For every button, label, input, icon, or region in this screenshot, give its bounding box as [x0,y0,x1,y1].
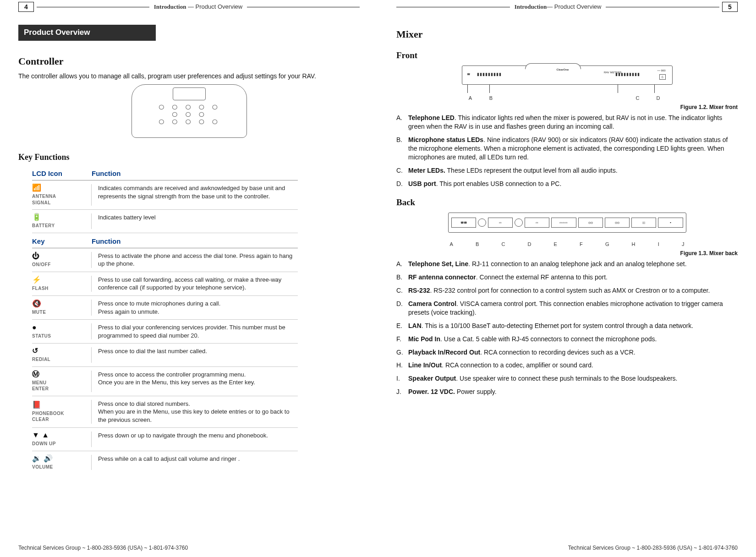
item-text: Playback In/Record Out. RCA connection t… [408,348,738,357]
item-letter: D. [396,180,408,188]
back-heading: Back [396,197,738,208]
list-item: I.Speaker Output. Use speaker wire to co… [396,374,738,383]
key-label: ●STATUS [32,323,92,339]
page-left: 4 Introduction — Product Overview Produc… [0,0,378,557]
key-desc: Press once to mute microphones during a … [92,300,298,316]
item-text: RS-232. RS-232 control port for connecti… [408,286,738,295]
item-text: Camera Control. VISCA camera control por… [408,300,738,317]
page-number-r: 5 [722,2,738,12]
key-glyph-icon: 🔉 🔊 [32,455,88,462]
mixer-back-figure: ☎☎▭ ▭▭▭▭ ◎◎◎◎▯▯⚬ ABCDEFGHIJ [448,213,686,248]
controller-figure: ○ ○ ○ ○ ○○ ○ ○○ ○ ○ ○ ○ [131,84,247,138]
list-item: H.Line In/Out. RCA connection to a codec… [396,361,738,370]
table-row: ↺REDIALPress once to dial the last numbe… [32,344,298,367]
item-text: RF antenna connector. Connect the extern… [408,273,738,282]
list-item: B.RF antenna connector. Connect the exte… [396,273,738,282]
figure-callout-letter: J [682,241,685,248]
item-letter: D. [396,300,408,317]
header-title-r: Introduction— Product Overview [510,3,606,11]
item-letter: I. [396,374,408,383]
col-function-2: Function [92,237,298,246]
item-letter: G. [396,348,408,357]
back-definition-list: A.Telephone Set, Line. RJ-11 connection … [396,260,738,396]
figure-callout-letter: F [580,241,583,248]
item-text: Speaker Output. Use speaker wire to conn… [408,374,738,383]
footer-right: Technical Services Group ~ 1-800-283-593… [568,544,738,552]
footer-left: Technical Services Group ~ 1-800-283-593… [18,544,188,552]
col-function-1: Function [92,169,298,178]
figure-callout-letter: E [554,241,557,248]
mixer-front-caption: Figure 1.2. Mixer front [481,104,738,111]
list-item: F.Mic Pod In. Use a Cat. 5 cable with RJ… [396,335,738,344]
key-label: ↺REDIAL [32,347,92,363]
key-glyph-icon: ▼ ▲ [32,431,88,439]
table-row: ⏻ON/OFFPress to activate the phone and a… [32,248,298,272]
figure-callout-letter: I [658,241,659,248]
table-row: ⚡FLASHPress to use call forwarding, acce… [32,272,298,296]
icon-desc: Indicates commands are received and awkn… [92,184,298,206]
item-letter: J. [396,388,408,396]
front-definition-list: A.Telephone LED. This indicator lights r… [396,114,738,188]
key-desc: Press to dial your conferencing services… [92,323,298,339]
figure-callout-letter: H [632,241,635,248]
item-text: Line In/Out. RCA connection to a codec, … [408,361,738,370]
table-row: 🔋BATTERYIndicates battery level [32,210,298,233]
item-letter: E. [396,322,408,330]
figure-callout-letter: D [528,241,531,248]
item-text: Microphone status LEDs. Nine indicators … [408,136,738,162]
mixer-front-figure: ☎ ▮▮▮▮▮▮▮▮▮ ClearOne RAV METERS ▮▮▮▮▮▮▮▮… [462,66,673,102]
key-label: ⚡FLASH [32,276,92,292]
table-row: ●STATUSPress to dial your conferencing s… [32,320,298,344]
key-desc: Press once to dial stored numbers. When … [92,400,298,424]
key-desc: Press once to access the controller prog… [92,371,298,392]
list-item: B.Microphone status LEDs. Nine indicator… [396,136,738,162]
mixer-back-caption: Figure 1.3. Mixer back [481,250,738,257]
list-item: J.Power. 12 VDC. Power supply. [396,388,738,396]
key-label: 🔇MUTE [32,300,92,316]
table-row: 📕PHONEBOOK CLEARPress once to dial store… [32,396,298,428]
list-item: A.Telephone LED. This indicator lights r… [396,114,738,131]
key-label: 📕PHONEBOOK CLEAR [32,400,92,424]
key-glyph-icon: 🔋 [32,213,88,221]
header-right: Introduction— Product Overview 5 [396,1,738,13]
list-item: E.LAN. This is a 10/100 BaseT auto-detec… [396,322,738,330]
key-glyph-icon: ↺ [32,347,88,355]
item-letter: C. [396,166,408,175]
item-letter: F. [396,335,408,344]
figure-callout-letter: G [605,241,609,248]
table-row: ⓂMENU ENTERPress once to access the cont… [32,367,298,396]
key-glyph-icon: Ⓜ [32,371,88,378]
section-title-pill: Product Overview [18,25,156,41]
icon-label: 📶ANTENNA SIGNAL [32,184,92,206]
figure-callout-letter: B [476,241,479,248]
list-item: D.USB port. This port enables USB connec… [396,180,738,188]
key-desc: Press to activate the phone and access t… [92,252,298,268]
key-desc: Press to use call forwarding, access cal… [92,276,298,292]
item-letter: H. [396,361,408,370]
controller-heading: Controller [18,55,360,68]
list-item: G.Playback In/Record Out. RCA connection… [396,348,738,357]
item-text: Telephone LED. This indicator lights red… [408,114,738,131]
item-text: Telephone Set, Line. RJ-11 connection to… [408,260,738,268]
key-label: ▼ ▲DOWN UP [32,431,92,447]
key-label: ⏻ON/OFF [32,252,92,268]
header-left: 4 Introduction — Product Overview [18,1,360,13]
item-letter: A. [396,260,408,268]
page-right: Introduction— Product Overview 5 Mixer F… [378,0,756,557]
key-desc: Press down or up to navigate through the… [92,431,298,447]
key-desc: Press while on a call to adjust call vol… [92,455,298,470]
list-item: D.Camera Control. VISCA camera control p… [396,300,738,317]
figure-callout-letter: C [501,241,505,248]
header-title: Introduction — Product Overview [149,3,247,11]
list-item: C.RS-232. RS-232 control port for connec… [396,286,738,295]
icon-label: 🔋BATTERY [32,213,92,229]
key-functions-heading: Key Functions [18,152,360,163]
item-letter: A. [396,114,408,131]
key-glyph-icon: ⚡ [32,276,88,284]
mixer-heading: Mixer [396,27,738,41]
icon-desc: Indicates battery level [92,213,298,229]
item-text: LAN. This is a 10/100 BaseT auto-detecti… [408,322,738,330]
table-row: ▼ ▲DOWN UPPress down or up to navigate t… [32,428,298,451]
table-row: 🔇MUTEPress once to mute microphones duri… [32,296,298,320]
key-glyph-icon: 📕 [32,401,88,409]
